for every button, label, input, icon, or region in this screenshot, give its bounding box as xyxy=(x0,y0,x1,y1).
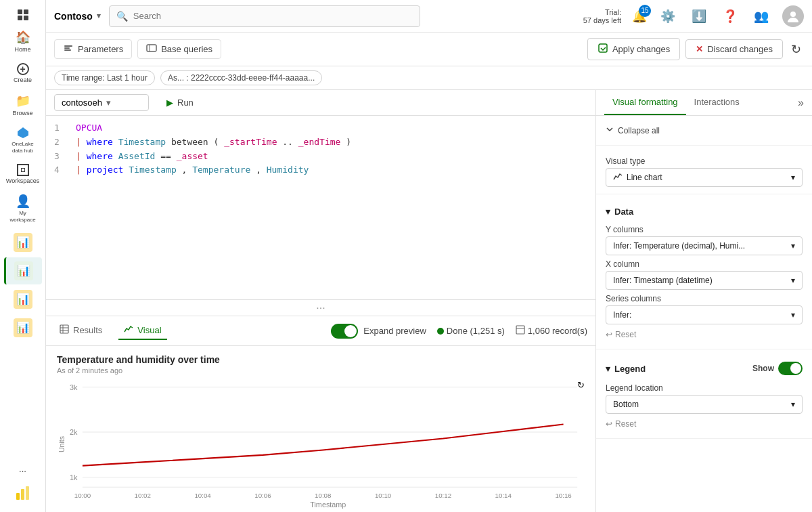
toolbar-right: Apply changes ✕ Discard changes ↻ xyxy=(587,38,804,60)
collapse-all-label: Collapse all xyxy=(618,126,660,135)
sidebar-item-workspaces[interactable]: Workspaces xyxy=(4,160,42,189)
data-section: ▾ Data Y columns Infer: Temperature (dec… xyxy=(596,194,812,349)
series-columns-dropdown[interactable]: Infer: ▾ xyxy=(606,305,803,324)
sidebar-item-create[interactable]: + Create xyxy=(4,59,42,88)
run-button[interactable]: ▶ Run xyxy=(157,95,203,110)
refresh-icon[interactable]: ↻ xyxy=(788,39,804,60)
search-box[interactable]: 🔍 xyxy=(109,5,420,27)
svg-text:10:10: 10:10 xyxy=(375,492,391,499)
discard-changes-button[interactable]: ✕ Discard changes xyxy=(685,39,783,59)
toggle-knob xyxy=(344,325,357,337)
svg-line-38 xyxy=(610,128,612,131)
svg-text:10:00: 10:00 xyxy=(74,492,91,499)
legend-section-label: Legend xyxy=(614,364,646,374)
more-icon: ... xyxy=(19,464,26,474)
settings-icon[interactable]: ⚙️ xyxy=(658,6,678,26)
chart-svg: 3k 2k 1k Units xyxy=(57,380,585,509)
myworkspace-icon: 👤 xyxy=(16,194,30,209)
legend-location-value: Bottom xyxy=(613,400,639,409)
x-column-value: Infer: Timestamp (datetime) xyxy=(613,276,713,285)
expand-preview-toggle[interactable]: Expand preview xyxy=(331,324,426,339)
svg-text:10:02: 10:02 xyxy=(135,492,151,499)
y-columns-dropdown[interactable]: Infer: Temperature (decimal), Humi... ▾ xyxy=(606,236,803,255)
x-column-dropdown[interactable]: Infer: Timestamp (datetime) ▾ xyxy=(606,271,803,290)
sidebar-item-home[interactable]: 🏠 Home xyxy=(4,26,42,58)
asset-filter[interactable]: As... : 2222cccc-33dd-eeee-ff44-aaaaa... xyxy=(160,70,322,85)
notification-button[interactable]: 🔔 15 xyxy=(632,9,647,24)
records-label: 1,060 record(s) xyxy=(528,326,587,336)
interactions-tab[interactable]: Interactions xyxy=(686,90,748,115)
visual-type-value: Line chart xyxy=(627,173,662,182)
sidebar-label-onelake: OneLakedata hub xyxy=(12,141,33,154)
code-line-1: 1 OPCUA xyxy=(54,121,587,135)
apply-changes-label: Apply changes xyxy=(612,44,670,54)
onelake-icon xyxy=(16,126,30,140)
status-dot xyxy=(437,328,444,335)
expand-toggle-switch[interactable] xyxy=(331,324,358,339)
svg-text:3k: 3k xyxy=(70,383,78,391)
series-columns-chevron: ▾ xyxy=(791,310,795,320)
records-info: 1,060 record(s) xyxy=(516,325,587,337)
editor-pane: contosoeh ▾ ▶ Run 1 OPCUA 2 xyxy=(46,90,595,512)
results-toolbar: Results Visual xyxy=(46,316,595,346)
chart-refresh-icon[interactable]: ↻ xyxy=(577,380,585,390)
contosoes-icon: 📊 xyxy=(14,233,32,252)
legend-reset-icon: ↩ xyxy=(606,419,612,429)
share-icon[interactable]: 👥 xyxy=(751,6,771,26)
discard-changes-label: Discard changes xyxy=(707,44,773,54)
time-range-filter[interactable]: Time range: Last 1 hour xyxy=(54,70,155,85)
svg-text:10:06: 10:06 xyxy=(254,492,271,499)
sidebar-item-more[interactable]: ... xyxy=(4,460,42,478)
download-icon[interactable]: ⬇️ xyxy=(689,6,709,26)
powerbi-icon xyxy=(14,484,32,503)
visual-formatting-tab[interactable]: Visual formatting xyxy=(604,90,686,115)
records-icon xyxy=(516,325,525,337)
sidebar-item-myworkspace[interactable]: 👤 Myworkspace xyxy=(4,190,42,227)
visual-type-dropdown[interactable]: Line chart ▾ xyxy=(606,168,803,187)
avatar[interactable] xyxy=(782,5,804,27)
data-reset-button[interactable]: ↩ Reset xyxy=(606,327,803,342)
svg-text:10:16: 10:16 xyxy=(555,492,571,499)
run-label: Run xyxy=(177,98,194,108)
svg-text:Timestamp: Timestamp xyxy=(310,500,346,509)
sidebar-item-contoso[interactable]: 📊 xyxy=(4,257,42,284)
query-toolbar: Parameters Base queries Apply changes ✕ … xyxy=(46,33,812,66)
legend-section-header[interactable]: ▾ Legend Show xyxy=(606,356,803,379)
y-columns-value: Infer: Temperature (decimal), Humi... xyxy=(613,241,745,251)
legend-location-dropdown[interactable]: Bottom ▾ xyxy=(606,395,803,414)
legend-reset-button[interactable]: ↩ Reset xyxy=(606,417,803,431)
sidebar-item-contosoeh2[interactable]: 📊 xyxy=(4,314,42,341)
search-input[interactable] xyxy=(133,11,413,21)
base-queries-tab[interactable]: Base queries xyxy=(137,39,221,59)
panel-tabs: Visual formatting Interactions » xyxy=(596,90,812,116)
visual-tab[interactable]: Visual xyxy=(118,322,166,340)
collapse-all-button[interactable]: Collapse all xyxy=(606,123,803,138)
sidebar-item-contosoeh1[interactable]: 📊 xyxy=(4,286,42,313)
svg-rect-10 xyxy=(599,44,607,52)
results-tab[interactable]: Results xyxy=(54,322,108,340)
database-selector[interactable]: contosoeh ▾ xyxy=(54,94,149,111)
visual-formatting-label: Visual formatting xyxy=(612,97,678,107)
sidebar-item-onelake[interactable]: OneLakedata hub xyxy=(4,122,42,158)
base-queries-label: Base queries xyxy=(161,44,212,54)
parameters-tab[interactable]: Parameters xyxy=(54,39,132,59)
sidebar-item-apps[interactable] xyxy=(4,5,42,24)
legend-show-toggle[interactable] xyxy=(778,362,803,375)
help-icon[interactable]: ❓ xyxy=(720,6,740,26)
drag-icon: ··· xyxy=(316,302,325,314)
sidebar-item-powerbi[interactable] xyxy=(4,479,42,507)
apply-changes-button[interactable]: Apply changes xyxy=(587,38,680,60)
code-editor: 1 OPCUA 2 | where Timestamp between ( _s… xyxy=(46,116,595,299)
data-section-header[interactable]: ▾ Data xyxy=(606,201,803,221)
expand-preview-label: Expand preview xyxy=(363,326,426,336)
results-tab-label: Results xyxy=(73,325,102,335)
status-label: Done (1,251 s) xyxy=(447,326,505,336)
panel-expand-icon[interactable]: » xyxy=(798,97,804,109)
svg-text:1k: 1k xyxy=(70,473,78,482)
sidebar-item-contosoes[interactable]: 📊 xyxy=(4,229,42,256)
sidebar-item-browse[interactable]: 📁 Browse xyxy=(4,89,42,121)
sidebar: 🏠 Home + Create 📁 Browse OneLakedata hub… xyxy=(0,0,46,512)
svg-rect-8 xyxy=(147,45,156,51)
drag-handle[interactable]: ··· xyxy=(46,299,595,316)
run-icon: ▶ xyxy=(166,98,173,108)
